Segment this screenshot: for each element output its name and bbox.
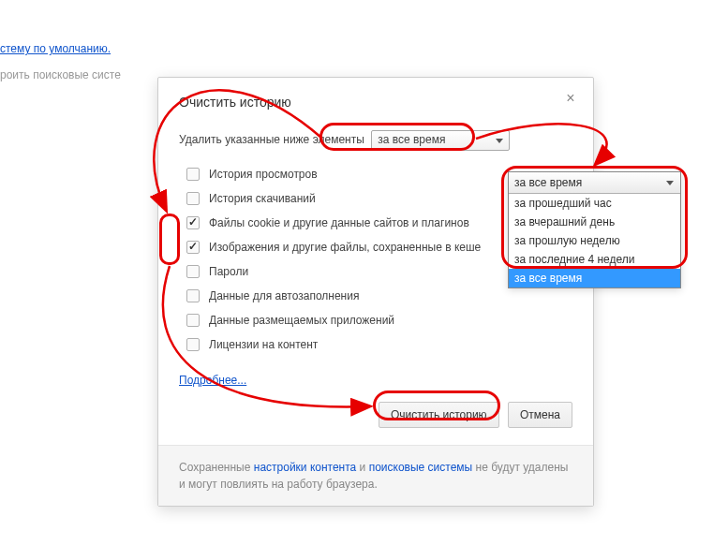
checkbox[interactable] [186, 314, 200, 327]
prompt-text: Удалить указанные ниже элементы [179, 133, 364, 146]
close-icon[interactable]: × [563, 91, 578, 106]
dialog-header: Очистить историю × [158, 78, 593, 119]
time-range-select[interactable]: за все время [371, 130, 510, 151]
time-range-dropdown: за все время за прошедший часза вчерашни… [508, 171, 681, 288]
prompt-row: Удалить указанные ниже элементы за все в… [179, 130, 572, 151]
checkbox-label: Лицензии на контент [209, 338, 318, 351]
footer-link-search-engines[interactable]: поисковые системы [369, 461, 473, 474]
checkbox-label: Данные для автозаполнения [209, 289, 359, 302]
dialog-title: Очистить историю [179, 95, 291, 110]
footer-link-content-settings[interactable]: настройки контента [254, 461, 357, 474]
checkbox-row: Лицензии на контент [179, 332, 572, 357]
button-row: Очистить историю Отмена [179, 396, 572, 432]
dialog-footer: Сохраненные настройки контента и поисков… [158, 445, 593, 506]
dropdown-selected[interactable]: за все время [509, 172, 680, 194]
bg-link-default[interactable]: стему по умолчанию. [0, 42, 111, 55]
clear-history-dialog: Очистить историю × Удалить указанные ниж… [157, 77, 594, 507]
checkbox[interactable] [186, 289, 200, 302]
checkbox[interactable] [186, 241, 200, 254]
checkbox[interactable] [186, 192, 200, 205]
cancel-button[interactable]: Отмена [508, 402, 572, 428]
checkbox[interactable] [186, 265, 200, 278]
dropdown-option[interactable]: за вчерашний день [509, 213, 680, 231]
dropdown-option[interactable]: за прошлую неделю [509, 231, 680, 250]
checkbox-label: История просмотров [209, 168, 318, 181]
dropdown-option[interactable]: за последние 4 недели [509, 250, 680, 269]
checkbox[interactable] [186, 338, 200, 351]
checkbox-label: Данные размещаемых приложений [209, 314, 394, 327]
bg-text-search: роить поисковые систе [0, 68, 121, 81]
checkbox[interactable] [186, 216, 200, 229]
checkbox-label: История скачиваний [209, 192, 316, 205]
checkbox[interactable] [186, 168, 200, 181]
checkbox-label: Изображения и другие файлы, сохраненные … [209, 241, 481, 254]
clear-button[interactable]: Очистить историю [379, 402, 499, 428]
dropdown-option[interactable]: за все время [509, 269, 680, 287]
checkbox-label: Пароли [209, 265, 248, 278]
footer-text-2: и [356, 461, 368, 474]
checkbox-row: Данные размещаемых приложений [179, 308, 572, 332]
more-link[interactable]: Подробнее... [179, 374, 246, 387]
checkbox-label: Файлы cookie и другие данные сайтов и пл… [209, 216, 469, 229]
dropdown-option[interactable]: за прошедший час [509, 194, 680, 213]
footer-text-1: Сохраненные [179, 461, 254, 474]
